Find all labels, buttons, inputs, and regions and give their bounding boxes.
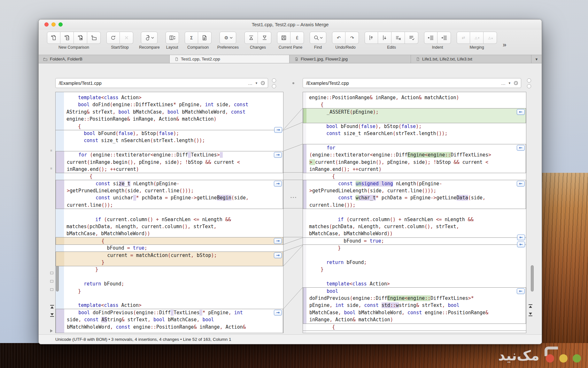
- code-line: {: [309, 173, 526, 180]
- right-link-button-bottom[interactable]: [527, 84, 531, 88]
- edit-del-button[interactable]: [391, 32, 405, 44]
- merge-to-left-button[interactable]: ←: [517, 109, 525, 115]
- code-line: [66, 295, 283, 302]
- code-line: template<class Action>: [309, 280, 526, 287]
- svg-text:⚙: ⚙: [224, 35, 228, 40]
- toolbar-button-row: 01: [47, 32, 101, 44]
- toolbar-overflow-icon[interactable]: »: [503, 41, 506, 48]
- left-path-menu-icon[interactable]: …: [248, 81, 252, 86]
- toolbar-button-row: ⇄⚠⚠: [457, 32, 497, 44]
- code-line: bMatchWholeWord, const engine::PositionR…: [67, 324, 283, 331]
- toolbar-group-label: Merging: [469, 45, 484, 50]
- go-first-change-icon[interactable]: [50, 305, 54, 308]
- left-path-dropdown-icon[interactable]: ▼: [255, 82, 258, 85]
- layout-button[interactable]: [166, 32, 179, 44]
- code-line: engine::PositionRange& inRange, Action& …: [309, 94, 526, 101]
- code-line: {: [66, 173, 283, 180]
- code-block: } return bFound; } template<class Action…: [303, 244, 526, 287]
- left-history-icon[interactable]: [260, 81, 265, 85]
- diff-changed-block: for(engine::textiterator<engine::DiffEng…: [303, 144, 526, 173]
- gear-button[interactable]: ⚙: [220, 32, 236, 44]
- toolbar-group-label: New Comparison: [58, 45, 89, 50]
- code-line: for (engine::textiterator<engine::Diff T…: [67, 151, 283, 158]
- toolbar-group-edits: Edits: [365, 32, 418, 50]
- right-history-icon[interactable]: [514, 81, 518, 85]
- code-line: inRange, Action& matchAction): [309, 316, 526, 323]
- code-line: current.line());: [309, 202, 526, 209]
- link-pane-button-top[interactable]: [272, 78, 276, 83]
- toolbar-group-undo-redo: ↶↷Undo/Redo: [332, 32, 359, 50]
- right-path-field[interactable]: /Examples/Test2.cpp … ▼: [303, 78, 521, 88]
- warn-up-button[interactable]: ⚠: [470, 32, 484, 44]
- toolbar-group-label: Indent: [432, 45, 443, 50]
- right-code-pane[interactable]: engine::PositionRange& inRange, Action& …: [303, 92, 526, 333]
- merge-lr-button[interactable]: ⇄: [457, 32, 470, 44]
- merge-to-left-button[interactable]: ←: [517, 145, 525, 151]
- sigma-button[interactable]: Σ: [185, 32, 198, 44]
- merge-to-right-button[interactable]: →: [274, 252, 282, 258]
- toolbar-group-label: Layout: [166, 45, 178, 50]
- accent-e-button[interactable]: É: [290, 32, 304, 44]
- doc-binary-button[interactable]: 01: [60, 32, 74, 44]
- tab-test1-cpp-test2-cpp[interactable]: Test1.cpp, Test2.cpp: [170, 55, 290, 63]
- outdent-button[interactable]: [424, 32, 437, 44]
- save-button[interactable]: [277, 32, 290, 44]
- merge-to-left-button[interactable]: ←: [517, 288, 525, 294]
- toolbar-group-label: Preferences: [217, 45, 239, 50]
- edit-down-button[interactable]: [378, 32, 391, 44]
- right-go-first-change-icon[interactable]: [529, 304, 532, 308]
- link-pane-button-bottom[interactable]: [272, 84, 276, 88]
- indent-button[interactable]: [437, 32, 451, 44]
- right-path-menu-icon[interactable]: …: [501, 81, 506, 86]
- merge-to-right-button[interactable]: →: [274, 152, 282, 158]
- code-line: > current(inRange.begin(), pEngine, side…: [309, 159, 526, 166]
- left-code-pane[interactable]: template<class Action> bool doFind(engin…: [55, 92, 283, 333]
- doc-report-button[interactable]: [198, 32, 212, 44]
- toolbar-group-merging: ⇄⚠⚠Merging: [457, 32, 497, 50]
- search-button[interactable]: [310, 32, 326, 44]
- doc-new-button[interactable]: [47, 32, 60, 44]
- tri-top-button[interactable]: [244, 32, 258, 44]
- merge-to-right-button[interactable]: →: [274, 238, 282, 244]
- toolbar-group-label: Find: [314, 45, 322, 50]
- code-line: bool bFound(false), bStop(false);: [66, 130, 283, 137]
- right-link-button-top[interactable]: [527, 78, 531, 83]
- code-block: {: [303, 324, 526, 331]
- tab-label: Test1.cpp, Test2.cpp: [181, 57, 220, 61]
- code-line: [66, 209, 283, 216]
- tab-list-dropdown-icon[interactable]: ▼: [531, 55, 542, 63]
- tab-flower1-jpg-flower2-jpg[interactable]: Flower1.jpg, Flower2.jpg: [290, 55, 411, 63]
- edit-check-button[interactable]: [405, 32, 418, 44]
- toolbar-button-row: [244, 32, 271, 44]
- merge-to-right-button[interactable]: →: [274, 310, 282, 316]
- recompare-button[interactable]: [141, 32, 158, 44]
- tab-life1-txt-life2-txt-life3-txt[interactable]: Life1.txt, Life2.txt, Life3.txt: [411, 55, 531, 63]
- code-line: if (current.column() + nSearchLen <= nLe…: [66, 216, 283, 223]
- go-last-change-icon[interactable]: [50, 313, 54, 317]
- edit-up-button[interactable]: [365, 32, 378, 44]
- redo-button[interactable]: ↷: [345, 32, 359, 44]
- code-line: const unsigned long nLength(pEngine-: [309, 180, 526, 187]
- cross-button[interactable]: [120, 32, 133, 44]
- diff-changed-block: booldoFindPrevious(engine::DiffEngine<en…: [303, 287, 526, 324]
- right-path-dropdown-icon[interactable]: ▼: [508, 82, 511, 85]
- macneed-logo-icon: [545, 347, 583, 364]
- warn-down-button[interactable]: ⚠: [484, 32, 497, 44]
- tab-foldera-folderb[interactable]: FolderA, FolderB: [39, 55, 170, 63]
- code-line: template<class Action>: [66, 94, 283, 101]
- toolbar-button-row: ↶↷: [332, 32, 359, 44]
- tri-bottom-button[interactable]: [258, 32, 271, 44]
- tab-label: Flower1.jpg, Flower2.jpg: [301, 57, 348, 61]
- merge-to-left-button[interactable]: ←: [517, 181, 525, 187]
- right-go-last-change-icon[interactable]: [529, 313, 532, 316]
- expand-triangle-icon[interactable]: [50, 329, 53, 332]
- undo-button[interactable]: ↶: [332, 32, 345, 44]
- refresh-button[interactable]: [106, 32, 120, 44]
- diff-changed-block: bool doFindPrevious(engine::Diff TextLin…: [56, 309, 283, 333]
- folder-new-button[interactable]: [87, 32, 101, 44]
- doc-image-button[interactable]: [74, 32, 87, 44]
- right-pane-scrollbar[interactable]: [531, 265, 534, 292]
- left-path-field[interactable]: /Examples/Test1.cpp … ▼: [55, 78, 268, 88]
- toolbar-group-indent: Indent: [424, 32, 451, 50]
- merge-to-right-button[interactable]: →: [274, 181, 282, 187]
